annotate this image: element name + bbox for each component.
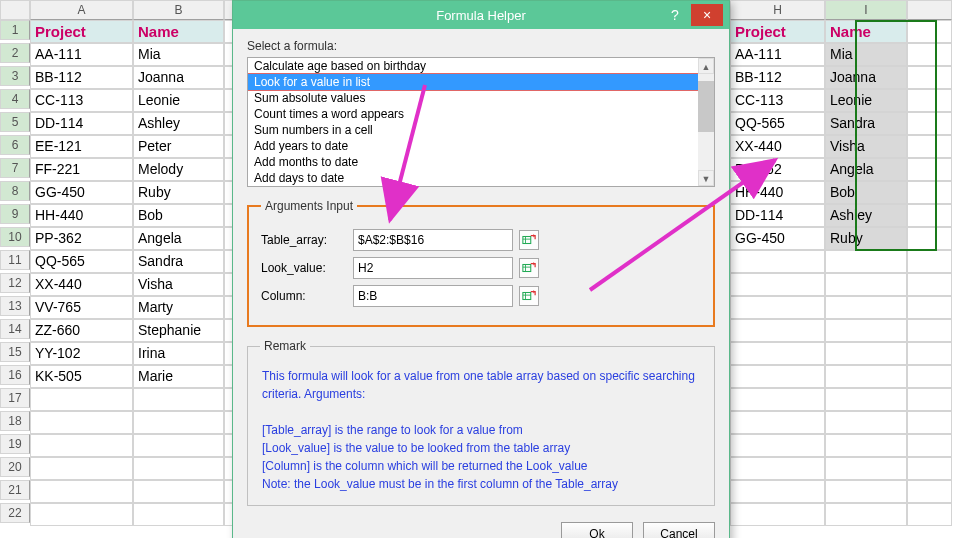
cell[interactable]: [907, 43, 952, 66]
row-header[interactable]: 20: [0, 457, 30, 477]
data-cell[interactable]: [825, 273, 907, 296]
data-cell[interactable]: [825, 411, 907, 434]
formula-list-item[interactable]: Add hours to date: [248, 186, 714, 187]
data-cell[interactable]: AA-111: [30, 43, 133, 66]
data-cell[interactable]: Sandra: [825, 112, 907, 135]
scroll-up-button[interactable]: ▲: [698, 58, 714, 74]
cell[interactable]: [907, 480, 952, 503]
data-cell[interactable]: [730, 411, 825, 434]
data-cell[interactable]: Marie: [133, 365, 224, 388]
data-cell[interactable]: XX-440: [730, 135, 825, 158]
data-cell[interactable]: [730, 319, 825, 342]
cell[interactable]: [907, 112, 952, 135]
data-cell[interactable]: [825, 319, 907, 342]
close-button[interactable]: ×: [691, 4, 723, 26]
data-cell[interactable]: Angela: [825, 158, 907, 181]
row-header[interactable]: 13: [0, 296, 30, 316]
row-header[interactable]: 14: [0, 319, 30, 339]
data-cell[interactable]: AA-111: [730, 43, 825, 66]
row-header[interactable]: 10: [0, 227, 30, 247]
data-cell[interactable]: [133, 411, 224, 434]
cancel-button[interactable]: Cancel: [643, 522, 715, 538]
column-input[interactable]: [353, 285, 513, 307]
data-cell[interactable]: FF-221: [30, 158, 133, 181]
select-all-corner[interactable]: [0, 0, 30, 20]
cell[interactable]: [907, 434, 952, 457]
cell[interactable]: [907, 227, 952, 250]
data-cell[interactable]: Peter: [133, 135, 224, 158]
cell[interactable]: [907, 89, 952, 112]
row-header[interactable]: 4: [0, 89, 30, 109]
look-value-input[interactable]: [353, 257, 513, 279]
data-cell[interactable]: [825, 388, 907, 411]
data-cell[interactable]: [825, 250, 907, 273]
cell[interactable]: [907, 204, 952, 227]
scroll-down-button[interactable]: ▼: [698, 170, 714, 186]
data-cell[interactable]: HH-440: [30, 204, 133, 227]
cell[interactable]: [907, 457, 952, 480]
table-header-cell[interactable]: Name: [133, 20, 224, 43]
table-array-ref-button[interactable]: [519, 230, 539, 250]
data-cell[interactable]: EE-121: [30, 135, 133, 158]
data-cell[interactable]: [133, 434, 224, 457]
column-ref-button[interactable]: [519, 286, 539, 306]
row-header[interactable]: 7: [0, 158, 30, 178]
data-cell[interactable]: Mia: [825, 43, 907, 66]
data-cell[interactable]: [133, 457, 224, 480]
data-cell[interactable]: QQ-565: [30, 250, 133, 273]
data-cell[interactable]: DD-114: [30, 112, 133, 135]
data-cell[interactable]: [133, 388, 224, 411]
data-cell[interactable]: Angela: [133, 227, 224, 250]
data-cell[interactable]: [133, 480, 224, 503]
cell[interactable]: [907, 411, 952, 434]
col-header-I[interactable]: I: [825, 0, 907, 20]
row-header[interactable]: 15: [0, 342, 30, 362]
data-cell[interactable]: Ashley: [133, 112, 224, 135]
row-header[interactable]: 16: [0, 365, 30, 385]
row-header[interactable]: 2: [0, 43, 30, 63]
formula-list-item[interactable]: Look for a value in list: [247, 73, 715, 91]
data-cell[interactable]: Joanna: [825, 66, 907, 89]
data-cell[interactable]: CC-113: [730, 89, 825, 112]
ok-button[interactable]: Ok: [561, 522, 633, 538]
row-header[interactable]: 21: [0, 480, 30, 500]
data-cell[interactable]: ZZ-660: [30, 319, 133, 342]
data-cell[interactable]: BB-112: [30, 66, 133, 89]
data-cell[interactable]: [730, 434, 825, 457]
data-cell[interactable]: YY-102: [30, 342, 133, 365]
data-cell[interactable]: XX-440: [30, 273, 133, 296]
data-cell[interactable]: Stephanie: [133, 319, 224, 342]
data-cell[interactable]: HH-440: [730, 181, 825, 204]
data-cell[interactable]: [30, 503, 133, 526]
data-cell[interactable]: [30, 411, 133, 434]
data-cell[interactable]: [825, 365, 907, 388]
cell[interactable]: [907, 158, 952, 181]
data-cell[interactable]: [825, 342, 907, 365]
data-cell[interactable]: Sandra: [133, 250, 224, 273]
table-header-cell[interactable]: Name: [825, 20, 907, 43]
cell[interactable]: [907, 273, 952, 296]
col-header-A[interactable]: A: [30, 0, 133, 20]
table-header-cell[interactable]: Project: [30, 20, 133, 43]
row-header[interactable]: 11: [0, 250, 30, 270]
data-cell[interactable]: Visha: [133, 273, 224, 296]
row-header[interactable]: 9: [0, 204, 30, 224]
data-cell[interactable]: [730, 480, 825, 503]
data-cell[interactable]: [730, 365, 825, 388]
cell[interactable]: [907, 296, 952, 319]
data-cell[interactable]: [825, 457, 907, 480]
data-cell[interactable]: Joanna: [133, 66, 224, 89]
data-cell[interactable]: DD-114: [730, 204, 825, 227]
formula-listbox[interactable]: Calculate age based on birthdayLook for …: [247, 57, 715, 187]
formula-list-item[interactable]: Calculate age based on birthday: [248, 58, 714, 74]
data-cell[interactable]: Marty: [133, 296, 224, 319]
formula-list-item[interactable]: Add years to date: [248, 138, 714, 154]
cell[interactable]: [907, 388, 952, 411]
data-cell[interactable]: [730, 250, 825, 273]
data-cell[interactable]: CC-113: [30, 89, 133, 112]
cell[interactable]: [907, 342, 952, 365]
data-cell[interactable]: [30, 457, 133, 480]
data-cell[interactable]: [30, 434, 133, 457]
data-cell[interactable]: KK-505: [30, 365, 133, 388]
row-header[interactable]: 3: [0, 66, 30, 86]
